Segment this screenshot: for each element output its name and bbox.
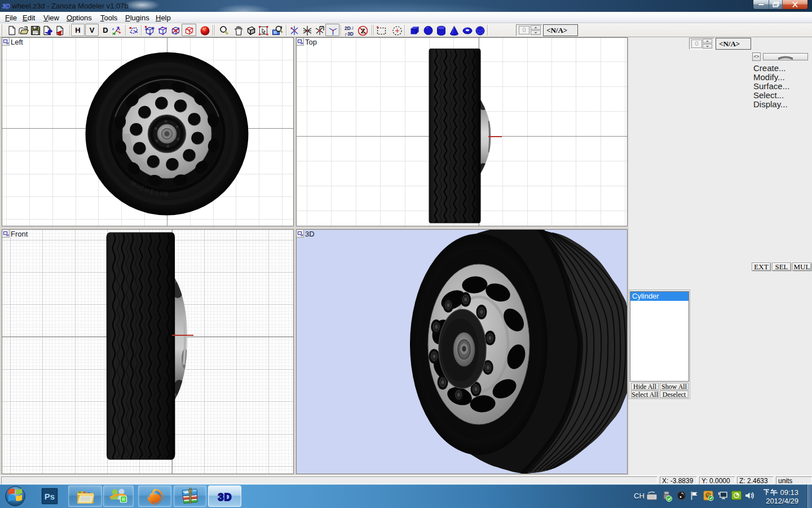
svg-text:x: x: [118, 28, 121, 31]
svg-text:3D: 3D: [218, 492, 232, 503]
svg-text:Z: Z: [361, 27, 366, 35]
svg-text:2D: 2D: [345, 25, 351, 31]
svg-text:Ps: Ps: [45, 492, 55, 501]
svg-text:z: z: [112, 27, 114, 30]
svg-text:3D: 3D: [347, 31, 354, 37]
svg-text:3D: 3D: [2, 3, 10, 10]
